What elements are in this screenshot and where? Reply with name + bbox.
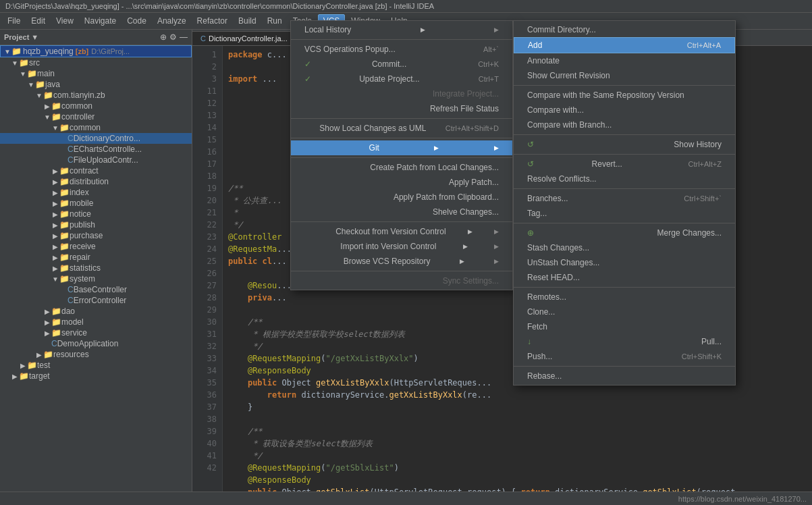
folder-icon-service: 📁	[51, 328, 61, 338]
vcs-apply-patch[interactable]: Apply Patch...	[291, 175, 512, 190]
code-line-35: @RequestMapping("/getSblxList")	[228, 462, 807, 474]
folder-icon-contract: 📁	[59, 166, 70, 176]
git-tag[interactable]: Tag...	[514, 206, 735, 221]
tree-common1[interactable]: ▶ 📁 common	[0, 101, 192, 111]
git-revert[interactable]: ↺ Revert... Ctrl+Alt+Z	[514, 157, 735, 171]
sidebar-icon-locate[interactable]: ⊕	[160, 32, 167, 42]
menu-build[interactable]: Build	[234, 15, 261, 27]
tree-contract[interactable]: ▶ 📁 contract	[0, 165, 192, 176]
vcs-import-label: Import into Version Control	[340, 242, 436, 251]
tree-repair[interactable]: ▶ 📁 repair	[0, 252, 192, 263]
git-add[interactable]: Add Ctrl+Alt+A	[514, 37, 735, 53]
tree-mobile[interactable]: ▶ 📁 mobile	[0, 198, 192, 209]
tree-target[interactable]: ▶ 📁 target	[0, 371, 192, 381]
line-num-36: 36	[198, 389, 217, 401]
tree-fileupload-ctrl[interactable]: C FileUploadContr...	[0, 155, 192, 165]
git-resolve-conflicts[interactable]: Resolve Conflicts...	[514, 171, 735, 186]
vcs-git[interactable]: Git ▶	[291, 140, 512, 155]
vcs-commit-label: Commit...	[372, 59, 406, 69]
vcs-browse[interactable]: Browse VCS Repository ▶	[291, 254, 512, 269]
vcs-import[interactable]: Import into Version Control ▶	[291, 239, 512, 254]
git-compare-branch[interactable]: Compare with Branch...	[514, 117, 735, 132]
folder-icon-model: 📁	[51, 317, 61, 327]
tree-purchase[interactable]: ▶ 📁 purchase	[0, 230, 192, 241]
git-commit-dir[interactable]: Commit Directory...	[514, 22, 735, 37]
folder-icon-package: 📁	[43, 90, 53, 100]
vcs-create-patch[interactable]: Create Patch from Local Changes...	[291, 160, 512, 175]
git-rebase[interactable]: Rebase...	[514, 369, 735, 383]
tree-receive[interactable]: ▶ 📁 receive	[0, 241, 192, 252]
git-compare-with[interactable]: Compare with...	[514, 103, 735, 117]
tree-resources[interactable]: ▶ 📁 resources	[0, 349, 192, 360]
vcs-update-project[interactable]: ✓ Update Project... Ctrl+T	[291, 72, 512, 86]
git-remotes[interactable]: Remotes...	[514, 290, 735, 304]
menu-analyze[interactable]: Analyze	[153, 15, 191, 27]
git-branches[interactable]: Branches... Ctrl+Shift+`	[514, 191, 735, 206]
tree-dao[interactable]: ▶ 📁 dao	[0, 306, 192, 317]
vcs-show-local-changes[interactable]: Show Local Changes as UML Ctrl+Alt+Shift…	[291, 121, 512, 136]
tree-controller-common[interactable]: ▼ 📁 common	[0, 122, 192, 133]
menu-view[interactable]: View	[51, 15, 78, 27]
tree-statistics[interactable]: ▶ 📁 statistics	[0, 263, 192, 273]
vcs-dropdown-menu[interactable]: Local History ▶ VCS Operations Popup... …	[290, 20, 513, 290]
menu-code[interactable]: Code	[122, 15, 151, 27]
vcs-checkout[interactable]: Checkout from Version Control ▶	[291, 224, 512, 239]
git-sep-1	[514, 85, 735, 86]
git-submenu[interactable]: Commit Directory... Add Ctrl+Alt+A Annot…	[513, 20, 736, 386]
tree-notice[interactable]: ▶ 📁 notice	[0, 209, 192, 219]
menu-file[interactable]: File	[3, 15, 25, 27]
tree-model[interactable]: ▶ 📁 model	[0, 317, 192, 327]
tree-main[interactable]: ▼ 📁 main	[0, 68, 192, 79]
status-url: https://blog.csdn.net/weixin_4181270...	[678, 495, 807, 503]
tree-src[interactable]: ▼ 📁 src	[0, 57, 192, 68]
editor-tab-dictionary[interactable]: C DictionaryController.ja... ✕	[192, 31, 305, 45]
tree-dictionary-ctrl[interactable]: C DictionaryContro...	[0, 133, 192, 144]
tree-echarts-ctrl[interactable]: C EChartsControlle...	[0, 144, 192, 155]
tree-distribution[interactable]: ▶ 📁 distribution	[0, 176, 192, 187]
git-compare-same-repo[interactable]: Compare with the Same Repository Version	[514, 88, 735, 103]
menu-run[interactable]: Run	[263, 15, 287, 27]
tree-java[interactable]: ▼ 📁 java	[0, 79, 192, 90]
tree-demo-app[interactable]: C DemoApplication	[0, 338, 192, 349]
git-pull[interactable]: ↓ Pull...	[514, 334, 735, 349]
tree-system[interactable]: ▼ 📁 system	[0, 273, 192, 284]
tree-base-ctrl[interactable]: C BaseController	[0, 284, 192, 295]
sidebar-icon-settings[interactable]: ⚙	[169, 32, 177, 42]
git-unstash-label: UnStash Changes...	[527, 258, 599, 267]
tree-service[interactable]: ▶ 📁 service	[0, 327, 192, 338]
vcs-update-check: ✓	[304, 74, 314, 84]
tree-index[interactable]: ▶ 📁 index	[0, 187, 192, 198]
vcs-refresh-status[interactable]: Refresh File Status	[291, 101, 512, 116]
vcs-apply-patch-clipboard[interactable]: Apply Patch from Clipboard...	[291, 190, 512, 205]
code-line-30: }	[228, 401, 807, 413]
vcs-refresh-label: Refresh File Status	[430, 104, 499, 113]
tree-root[interactable]: ▼ 📁 hqzb_yueqing [zb] D:\GitProj...	[0, 45, 192, 57]
tree-controller[interactable]: ▼ 📁 controller	[0, 111, 192, 122]
git-annotate[interactable]: Annotate	[514, 53, 735, 68]
menu-edit[interactable]: Edit	[26, 15, 50, 27]
menu-navigate[interactable]: Navigate	[80, 15, 121, 27]
menu-refactor[interactable]: Refactor	[192, 15, 232, 27]
git-stash[interactable]: Stash Changes...	[514, 240, 735, 255]
line-num-17: 17	[198, 158, 217, 170]
git-unstash[interactable]: UnStash Changes...	[514, 255, 735, 270]
tree-package[interactable]: ▼ 📁 com.tianyin.zb	[0, 90, 192, 101]
git-fetch[interactable]: Fetch	[514, 319, 735, 334]
tree-test[interactable]: ▶ 📁 test	[0, 360, 192, 371]
vcs-shelve[interactable]: Shelve Changes...	[291, 205, 512, 219]
vcs-local-history[interactable]: Local History ▶	[291, 22, 512, 37]
git-merge[interactable]: ⊕ Merge Changes...	[514, 225, 735, 240]
git-reset-head[interactable]: Reset HEAD...	[514, 270, 735, 285]
vcs-commit[interactable]: ✓ Commit... Ctrl+K	[291, 57, 512, 72]
git-clone[interactable]: Clone...	[514, 304, 735, 319]
tree-statistics-label: statistics	[70, 263, 101, 273]
vcs-operations-popup[interactable]: VCS Operations Popup... Alt+`	[291, 42, 512, 57]
git-sep-4	[514, 188, 735, 189]
tree-arrow-controller: ▼	[43, 113, 51, 121]
git-show-current-rev[interactable]: Show Current Revision	[514, 68, 735, 83]
git-push[interactable]: Push... Ctrl+Shift+K	[514, 349, 735, 364]
sidebar-icon-collapse[interactable]: —	[180, 32, 188, 42]
git-show-history[interactable]: ↺ Show History	[514, 137, 735, 152]
tree-publish[interactable]: ▶ 📁 publish	[0, 219, 192, 230]
tree-error-ctrl[interactable]: C ErrorController	[0, 295, 192, 306]
